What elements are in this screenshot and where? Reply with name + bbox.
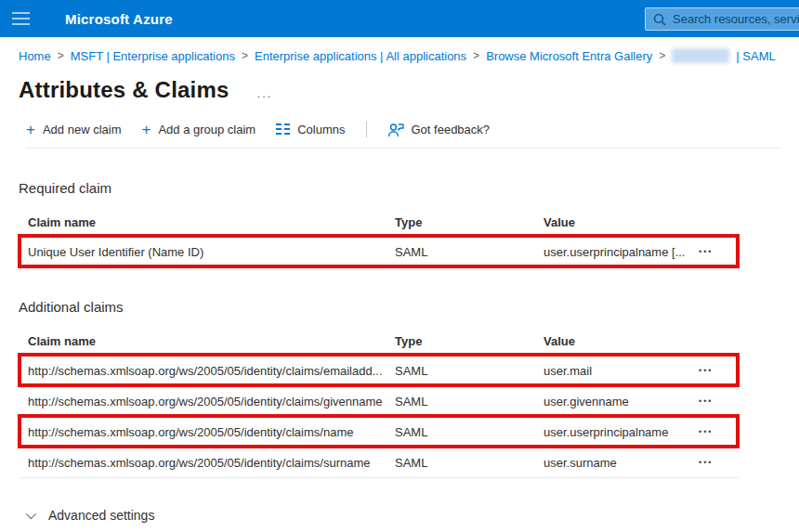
claim-row[interactable]: http://schemas.xmlsoap.org/ws/2005/05/id… (19, 417, 739, 448)
breadcrumb-entra-gallery[interactable]: Browse Microsoft Entra Gallery (486, 49, 652, 63)
row-menu-button[interactable]: ••• (697, 362, 714, 379)
claim-value-cell: user.userprincipalname [... (544, 245, 697, 259)
claim-name-cell: Unique User Identifier (Name ID) (19, 245, 395, 259)
breadcrumb-home[interactable]: Home (19, 49, 51, 63)
chevron-down-icon (26, 509, 36, 519)
claim-type-cell: SAML (395, 245, 544, 259)
got-feedback-button[interactable]: Got feedback? (387, 123, 491, 137)
search-icon (653, 13, 666, 26)
global-search[interactable] (645, 7, 799, 31)
breadcrumb-current-page: | SAML (736, 49, 775, 63)
claim-value-cell: user.userprincipalname (544, 425, 697, 439)
column-header-claim-name: Claim name (19, 334, 395, 348)
column-header-claim-name: Claim name (19, 215, 395, 229)
advanced-settings-toggle[interactable]: Advanced settings (26, 508, 154, 523)
claim-row[interactable]: http://schemas.xmlsoap.org/ws/2005/05/id… (19, 356, 739, 386)
search-input[interactable] (673, 12, 799, 26)
claim-name-cell: http://schemas.xmlsoap.org/ws/2005/05/id… (19, 364, 395, 378)
breadcrumb-separator: > (58, 49, 64, 62)
row-menu-button[interactable]: ••• (697, 393, 714, 409)
breadcrumb-separator: > (659, 49, 665, 62)
add-new-claim-button[interactable]: + Add new claim (26, 123, 121, 136)
azure-top-bar: Microsoft Azure (0, 0, 799, 37)
additional-claims-table: Claim name Type Value http://schemas.xml… (19, 327, 739, 478)
feedback-icon (387, 123, 404, 137)
redacted-app-name (672, 48, 729, 63)
required-claims-table: Claim name Type Value Unique User Identi… (19, 208, 739, 267)
claim-type-cell: SAML (395, 364, 544, 378)
claim-value-cell: user.mail (544, 364, 697, 378)
breadcrumb-separator: > (242, 49, 248, 62)
column-header-type: Type (395, 334, 544, 348)
columns-button[interactable]: Columns (276, 123, 345, 136)
claim-value-cell: user.givenname (544, 395, 697, 409)
claim-type-cell: SAML (395, 395, 544, 409)
claim-name-cell: http://schemas.xmlsoap.org/ws/2005/05/id… (19, 425, 395, 439)
column-header-type: Type (395, 215, 544, 229)
column-header-value: Value (544, 334, 697, 348)
breadcrumb: Home > MSFT | Enterprise applications > … (0, 37, 799, 63)
required-claim-heading: Required claim (19, 180, 799, 196)
columns-icon (276, 123, 290, 136)
page-title: Attributes & Claims (19, 77, 229, 103)
claim-name-cell: http://schemas.xmlsoap.org/ws/2005/05/id… (19, 395, 395, 409)
column-header-value: Value (544, 215, 697, 229)
plus-icon: + (26, 123, 35, 136)
azure-brand-link[interactable]: Microsoft Azure (65, 11, 173, 27)
row-menu-button[interactable]: ••• (697, 454, 714, 471)
claim-type-cell: SAML (395, 425, 544, 439)
breadcrumb-all-applications[interactable]: Enterprise applications | All applicatio… (255, 49, 466, 63)
claim-value-cell: user.surname (544, 456, 697, 470)
table-header-row: Claim name Type Value (19, 208, 739, 237)
claim-type-cell: SAML (395, 456, 544, 470)
row-menu-button[interactable]: ••• (697, 243, 714, 260)
command-bar: + Add new claim + Add a group claim Colu… (26, 122, 780, 149)
claim-name-cell: http://schemas.xmlsoap.org/ws/2005/05/id… (19, 456, 395, 470)
breadcrumb-separator: > (473, 49, 479, 62)
toolbar-divider (366, 122, 367, 137)
claim-row[interactable]: http://schemas.xmlsoap.org/ws/2005/05/id… (19, 448, 739, 478)
claim-row[interactable]: Unique User Identifier (Name ID) SAML us… (19, 237, 739, 267)
additional-claims-heading: Additional claims (19, 299, 799, 315)
claim-row[interactable]: http://schemas.xmlsoap.org/ws/2005/05/id… (19, 386, 739, 417)
table-header-row: Claim name Type Value (19, 327, 739, 356)
page-context-menu-button[interactable]: ... (257, 82, 273, 98)
hamburger-menu-button[interactable] (0, 0, 41, 37)
breadcrumb-enterprise-apps[interactable]: MSFT | Enterprise applications (71, 49, 235, 63)
plus-icon: + (141, 123, 151, 136)
row-menu-button[interactable]: ••• (697, 423, 714, 440)
add-group-claim-button[interactable]: + Add a group claim (141, 123, 255, 136)
